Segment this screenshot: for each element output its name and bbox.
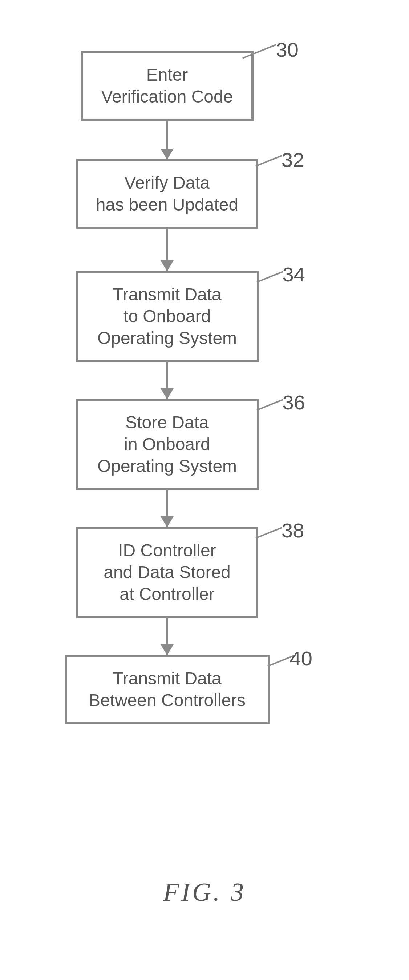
step-box: EnterVerification Code bbox=[81, 51, 254, 121]
step-text-line: Verification Code bbox=[101, 87, 233, 106]
step-box: ID Controllerand Data Storedat Controlle… bbox=[76, 527, 258, 618]
flow-arrow bbox=[65, 618, 269, 655]
step-box: Verify Datahas been Updated bbox=[76, 159, 258, 229]
flow-arrow bbox=[65, 121, 269, 159]
flowchart-step-34: Transmit Datato OnboardOperating System3… bbox=[65, 270, 344, 362]
step-reference-number: 30 bbox=[276, 38, 298, 62]
step-text-line: Between Controllers bbox=[89, 690, 246, 710]
figure-caption: FIG. 3 bbox=[0, 877, 409, 907]
flow-arrow bbox=[65, 490, 269, 527]
step-box: Transmit DataBetween Controllers bbox=[65, 655, 270, 724]
step-reference-number: 34 bbox=[282, 262, 305, 286]
step-reference-number: 32 bbox=[282, 148, 304, 172]
arrow-head-icon bbox=[160, 149, 174, 160]
step-box: Store Datain OnboardOperating System bbox=[76, 399, 259, 490]
step-text-line: and Data Stored bbox=[103, 563, 231, 582]
step-text-line: ID Controller bbox=[118, 541, 216, 560]
step-text-line: Operating System bbox=[97, 457, 237, 476]
flow-arrow bbox=[65, 362, 269, 399]
arrow-head-icon bbox=[160, 388, 174, 399]
step-reference-number: 36 bbox=[282, 391, 305, 414]
arrow-head-icon bbox=[160, 516, 174, 527]
step-text-line: in Onboard bbox=[124, 434, 210, 454]
flowchart-step-36: Store Datain OnboardOperating System36 bbox=[65, 399, 344, 490]
step-reference-number: 40 bbox=[290, 646, 312, 670]
step-text-line: Verify Data bbox=[125, 173, 210, 192]
step-text-line: Enter bbox=[146, 65, 188, 84]
step-text-line: has been Updated bbox=[96, 195, 238, 214]
step-text-line: Operating System bbox=[97, 328, 237, 348]
step-text-line: Transmit Data bbox=[113, 285, 222, 304]
flowchart-container: EnterVerification Code30Verify Datahas b… bbox=[65, 51, 344, 724]
step-text-line: Store Data bbox=[125, 413, 209, 432]
step-box: Transmit Datato OnboardOperating System bbox=[76, 270, 259, 362]
step-text-line: to Onboard bbox=[124, 307, 211, 326]
flowchart-step-32: Verify Datahas been Updated32 bbox=[65, 159, 344, 229]
step-text-line: Transmit Data bbox=[113, 669, 222, 688]
step-text-line: at Controller bbox=[119, 584, 214, 604]
arrow-head-icon bbox=[160, 260, 174, 271]
flow-arrow bbox=[65, 229, 269, 270]
flowchart-step-40: Transmit DataBetween Controllers40 bbox=[65, 655, 344, 724]
arrow-head-icon bbox=[160, 644, 174, 655]
flowchart-step-30: EnterVerification Code30 bbox=[65, 51, 344, 121]
step-reference-number: 38 bbox=[282, 519, 304, 542]
flowchart-step-38: ID Controllerand Data Storedat Controlle… bbox=[65, 527, 344, 618]
